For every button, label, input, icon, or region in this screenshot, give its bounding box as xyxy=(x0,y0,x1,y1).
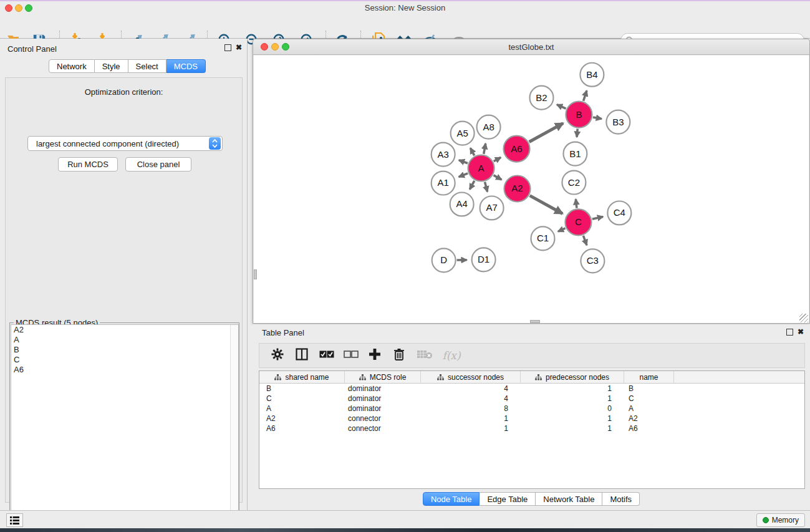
table-cell: B xyxy=(624,384,674,394)
deselect-all-button[interactable] xyxy=(344,350,357,361)
table-cell: dominator xyxy=(345,404,421,414)
mcds-result-item[interactable]: C xyxy=(11,355,238,365)
edge-A-A5[interactable] xyxy=(470,148,474,155)
node-label-B: B xyxy=(576,109,582,120)
edge-B-B4[interactable] xyxy=(584,90,587,100)
table-cell: 1 xyxy=(421,423,521,433)
tab-select[interactable]: Select xyxy=(128,59,166,73)
tab-style[interactable]: Style xyxy=(95,59,128,73)
column-header-name[interactable]: name xyxy=(624,371,674,384)
mcds-result-list[interactable]: A2ABCA6 xyxy=(11,324,239,532)
mcds-panel: Optimization criterion: largest connecte… xyxy=(5,77,243,503)
node-label-B1: B1 xyxy=(569,148,581,159)
edge-A-A2[interactable] xyxy=(494,175,502,180)
window-resize-grip[interactable] xyxy=(799,314,808,322)
criterion-dropdown[interactable]: largest connected component (directed) xyxy=(27,136,223,151)
table-settings-button[interactable] xyxy=(271,348,284,363)
edge-B-B2[interactable] xyxy=(557,105,566,109)
column-type-icon xyxy=(437,374,444,380)
table-panel-title: Table Panel xyxy=(262,328,304,337)
table-row[interactable]: Adominator80A xyxy=(259,404,804,414)
edge-C-C1[interactable] xyxy=(558,228,565,231)
network-window-titlebar[interactable]: testGlobe.txt xyxy=(253,39,809,55)
node-label-A8: A8 xyxy=(483,122,494,132)
table-delete-icon xyxy=(417,349,433,359)
checked-boxes-icon xyxy=(319,351,334,359)
column-header-shared-name[interactable]: shared name xyxy=(259,371,345,384)
mcds-result-item[interactable]: A6 xyxy=(11,365,238,375)
edge-A-A7[interactable] xyxy=(485,182,487,192)
node-label-C2: C2 xyxy=(568,177,580,188)
node-table[interactable]: shared nameMCDS rolesuccessor nodesprede… xyxy=(259,370,805,489)
edge-C-C3[interactable] xyxy=(583,236,587,245)
table-header-row[interactable]: shared nameMCDS rolesuccessor nodesprede… xyxy=(259,371,804,384)
table-row[interactable]: Cdominator41C xyxy=(259,394,804,404)
mcds-result-item[interactable]: A xyxy=(11,335,238,345)
network-window-title: testGlobe.txt xyxy=(253,42,809,52)
table-cell: dominator xyxy=(345,394,421,404)
unchecked-boxes-icon xyxy=(344,351,359,359)
table-row[interactable]: Bdominator41B xyxy=(259,384,804,394)
edge-A2-C[interactable] xyxy=(530,196,562,214)
add-column-button[interactable] xyxy=(368,348,382,363)
edge-B-B3[interactable] xyxy=(593,117,602,119)
show-column-pane-button[interactable] xyxy=(295,348,309,363)
edge-A6-B[interactable] xyxy=(529,123,563,142)
table-cell: C xyxy=(259,394,345,404)
edge-B-B1[interactable] xyxy=(577,129,577,137)
tab-node-table[interactable]: Node Table xyxy=(423,492,480,506)
canvas-bottom-scroll-nub[interactable] xyxy=(530,320,540,323)
table-toolbar: f(x) xyxy=(259,343,805,368)
memory-label: Memory xyxy=(772,516,799,525)
column-type-icon xyxy=(535,374,542,380)
edge-A-A8[interactable] xyxy=(484,143,486,154)
edge-A-A4[interactable] xyxy=(470,181,474,190)
node-label-A5: A5 xyxy=(456,128,468,138)
column-type-icon xyxy=(274,374,281,380)
mcds-result-item[interactable]: B xyxy=(11,345,238,355)
close-table-panel-icon[interactable]: ✖ xyxy=(798,329,804,336)
node-label-B2: B2 xyxy=(536,92,547,103)
table-row[interactable]: A2connector11A2 xyxy=(259,414,804,423)
edge-C-C4[interactable] xyxy=(592,216,603,219)
table-cell: connector xyxy=(345,414,421,423)
table-cell: 8 xyxy=(421,404,521,414)
float-panel-icon[interactable] xyxy=(224,44,231,51)
select-all-button[interactable] xyxy=(319,350,333,361)
control-panel-title: Control Panel xyxy=(7,44,57,54)
edge-C-C2[interactable] xyxy=(576,199,577,208)
run-mcds-button[interactable]: Run MCDS xyxy=(58,157,118,172)
mcds-result-item[interactable]: A2 xyxy=(11,325,238,335)
node-label-C: C xyxy=(575,216,582,227)
tab-edge-table[interactable]: Edge Table xyxy=(480,492,536,506)
memory-button[interactable]: Memory xyxy=(756,513,805,527)
column-header-predecessor-nodes[interactable]: predecessor nodes xyxy=(521,371,624,384)
column-header-successor-nodes[interactable]: successor nodes xyxy=(421,371,521,384)
network-view-window: testGlobe.txt B4B2BB3A8A5A6A3B1AA1C2A2A4… xyxy=(253,39,810,324)
table-cell: 1 xyxy=(521,423,624,433)
tab-mcds[interactable]: MCDS xyxy=(166,59,206,73)
result-list-scrollbar[interactable] xyxy=(230,325,238,532)
table-row[interactable]: A6connector11A6 xyxy=(259,423,804,433)
network-canvas[interactable]: B4B2BB3A8A5A6A3B1AA1C2A2A4A7C4CC1C3DD1 xyxy=(254,56,809,323)
list-icon xyxy=(10,516,19,525)
status-bar: Memory xyxy=(0,510,810,528)
float-table-panel-icon[interactable] xyxy=(786,329,793,336)
plus-icon xyxy=(369,348,381,360)
column-header-label: successor nodes xyxy=(448,373,504,382)
task-history-button[interactable] xyxy=(6,513,23,527)
delete-column-button[interactable] xyxy=(392,348,406,363)
tab-motifs[interactable]: Motifs xyxy=(602,492,640,506)
tab-network[interactable]: Network xyxy=(49,59,95,73)
tab-network-table[interactable]: Network Table xyxy=(536,492,602,506)
edge-A-A1[interactable] xyxy=(459,173,468,177)
node-label-A2: A2 xyxy=(511,183,523,193)
node-label-C1: C1 xyxy=(537,233,549,243)
canvas-left-scroll-nub[interactable] xyxy=(254,269,257,279)
edge-A-A3[interactable] xyxy=(459,160,468,163)
close-panel-button[interactable]: Close panel xyxy=(125,157,191,172)
close-panel-icon[interactable]: ✖ xyxy=(236,44,242,51)
network-graph: B4B2BB3A8A5A6A3B1AA1C2A2A4A7C4CC1C3DD1 xyxy=(254,56,809,323)
column-header-MCDS-role[interactable]: MCDS role xyxy=(345,371,421,384)
edge-A-A6[interactable] xyxy=(494,157,501,161)
